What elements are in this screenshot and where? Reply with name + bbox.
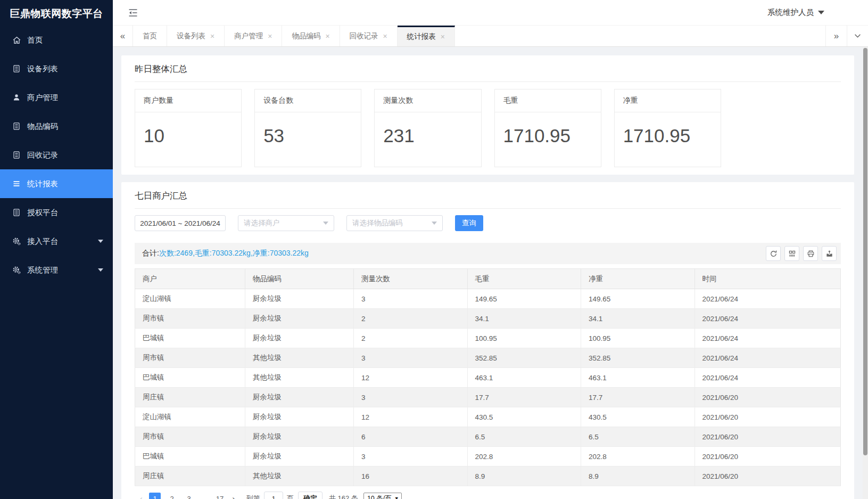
doc-icon xyxy=(12,150,21,160)
tab-1[interactable]: 设备列表× xyxy=(167,26,225,46)
prev-page-icon[interactable]: ‹ xyxy=(136,494,146,499)
tabs-scroll-left-icon[interactable]: « xyxy=(113,26,133,46)
date-range-input[interactable]: 2021/06/01 ~ 2021/06/24 xyxy=(135,215,226,231)
tab-label: 商户管理 xyxy=(234,31,263,41)
column-header: 时间 xyxy=(695,269,841,289)
table-cell: 352.85 xyxy=(467,348,581,368)
sidebar-collapse-icon[interactable] xyxy=(128,9,138,17)
tab-3[interactable]: 物品编码× xyxy=(282,26,340,46)
scrollbar-thumb[interactable] xyxy=(863,48,867,455)
tab-label: 回收记录 xyxy=(350,31,378,41)
table-cell: 149.65 xyxy=(581,289,695,309)
goto-label: 到第 xyxy=(246,494,260,499)
column-header: 物品编码 xyxy=(245,269,353,289)
table-row: 巴城镇其他垃圾12463.1463.12021/06/24 xyxy=(135,368,841,388)
table-cell: 430.5 xyxy=(467,407,581,427)
tab-0[interactable]: 首页 xyxy=(133,26,167,46)
gear-icon xyxy=(12,236,21,246)
close-icon[interactable]: × xyxy=(383,32,387,40)
table-cell: 其他垃圾 xyxy=(245,467,353,486)
table-cell: 厨余垃圾 xyxy=(245,407,353,427)
page-button-1[interactable]: 1 xyxy=(149,493,161,499)
chevron-down-icon: ▼ xyxy=(394,496,399,499)
sidebar-item-label: 物品编码 xyxy=(27,121,105,132)
tab-5[interactable]: 统计报表× xyxy=(398,26,455,46)
stat-card-label: 设备台数 xyxy=(255,89,361,112)
stat-card-label: 测量次数 xyxy=(375,89,481,112)
close-icon[interactable]: × xyxy=(441,33,445,40)
table-cell: 8.9 xyxy=(467,467,581,486)
pagination: ‹ 123…17 › 到第 页 确定 共 162 条 10 条/页 ▼ xyxy=(135,492,841,499)
refresh-button[interactable] xyxy=(766,246,781,261)
doc-icon xyxy=(12,208,21,217)
tabs-scroll-right-icon[interactable]: » xyxy=(825,26,847,46)
export-button[interactable] xyxy=(822,246,837,261)
table-cell: 厨余垃圾 xyxy=(245,388,353,407)
table-row: 淀山湖镇厨余垃圾3149.65149.652021/06/24 xyxy=(135,289,841,309)
stat-card-label: 净重 xyxy=(615,89,721,112)
columns-button[interactable] xyxy=(784,246,799,261)
print-button[interactable] xyxy=(803,246,818,261)
tab-4[interactable]: 回收记录× xyxy=(340,26,398,46)
table-row: 淀山湖镇厨余垃圾12430.5430.52021/06/20 xyxy=(135,407,841,427)
sidebar-item-6[interactable]: 授权平台 xyxy=(0,198,113,227)
sidebar-item-label: 设备列表 xyxy=(27,64,105,74)
sidebar-item-5[interactable]: 统计报表 xyxy=(0,169,113,198)
page-button-17[interactable]: 17 xyxy=(214,493,226,499)
close-icon[interactable]: × xyxy=(268,32,272,40)
tabs-menu-icon[interactable] xyxy=(847,26,868,46)
tab-2[interactable]: 商户管理× xyxy=(225,26,282,46)
sidebar-item-2[interactable]: 商户管理 xyxy=(0,83,113,112)
sidebar-item-label: 系统管理 xyxy=(27,265,98,275)
vertical-scrollbar[interactable] xyxy=(863,47,868,499)
chevron-down-icon xyxy=(818,11,824,14)
close-icon[interactable]: × xyxy=(210,32,214,40)
sidebar-item-4[interactable]: 回收记录 xyxy=(0,141,113,169)
top-bar: 系统维护人员 xyxy=(113,0,868,25)
table-cell: 463.1 xyxy=(467,368,581,388)
table-cell: 其他垃圾 xyxy=(245,348,353,368)
table-cell: 2021/06/24 xyxy=(695,348,841,368)
sidebar-item-7[interactable]: 接入平台 xyxy=(0,227,113,256)
seven-day-report-panel: 七日商户汇总 2021/06/01 ~ 2021/06/24 请选择商户 请选择… xyxy=(121,182,854,499)
table-cell: 6 xyxy=(354,427,467,447)
item-code-select[interactable]: 请选择物品编码 xyxy=(346,215,443,231)
chevron-down-icon xyxy=(98,268,103,272)
tab-bar: « 首页设备列表×商户管理×物品编码×回收记录×统计报表× » xyxy=(113,25,868,47)
page-button-3[interactable]: 3 xyxy=(183,493,195,499)
table-cell: 周庄镇 xyxy=(135,388,245,407)
table-cell: 2021/06/24 xyxy=(695,368,841,388)
column-header: 净重 xyxy=(581,269,695,289)
table-cell: 厨余垃圾 xyxy=(245,427,353,447)
table-cell: 2021/06/24 xyxy=(695,329,841,348)
table-row: 周市镇厨余垃圾234.134.12021/06/24 xyxy=(135,309,841,329)
stat-card-value: 1710.95 xyxy=(495,112,601,167)
sidebar-item-0[interactable]: 首页 xyxy=(0,26,113,54)
user-dropdown[interactable]: 系统维护人员 xyxy=(767,7,824,18)
stat-cards: 商户数量10设备台数53测量次数231毛重1710.95净重1710.95 xyxy=(135,82,841,167)
sidebar-item-8[interactable]: 系统管理 xyxy=(0,256,113,284)
sidebar-item-1[interactable]: 设备列表 xyxy=(0,54,113,83)
page-size-select[interactable]: 10 条/页 ▼ xyxy=(363,493,402,499)
table-cell: 430.5 xyxy=(581,407,695,427)
next-page-icon[interactable]: › xyxy=(228,494,239,499)
page-number-input[interactable] xyxy=(264,492,283,499)
table-cell: 周市镇 xyxy=(135,309,245,329)
column-header: 商户 xyxy=(135,269,245,289)
page-unit-label: 页 xyxy=(287,494,294,499)
open-tabs: 首页设备列表×商户管理×物品编码×回收记录×统计报表× xyxy=(133,26,825,46)
sidebar-item-3[interactable]: 物品编码 xyxy=(0,112,113,141)
table-cell: 8.9 xyxy=(581,467,695,486)
page-ellipsis: … xyxy=(199,493,210,499)
goto-confirm-button[interactable]: 确定 xyxy=(298,492,323,499)
page-button-2[interactable]: 2 xyxy=(166,493,178,499)
stat-card-label: 毛重 xyxy=(495,89,601,112)
column-header: 毛重 xyxy=(467,269,581,289)
table-cell: 2021/06/20 xyxy=(695,467,841,486)
table-cell: 17.7 xyxy=(581,388,695,407)
search-button[interactable]: 查询 xyxy=(455,215,483,231)
yesterday-summary-title: 昨日整体汇总 xyxy=(135,55,841,82)
close-icon[interactable]: × xyxy=(325,32,329,40)
stat-card-1: 设备台数53 xyxy=(254,89,361,167)
merchant-select[interactable]: 请选择商户 xyxy=(238,215,334,231)
